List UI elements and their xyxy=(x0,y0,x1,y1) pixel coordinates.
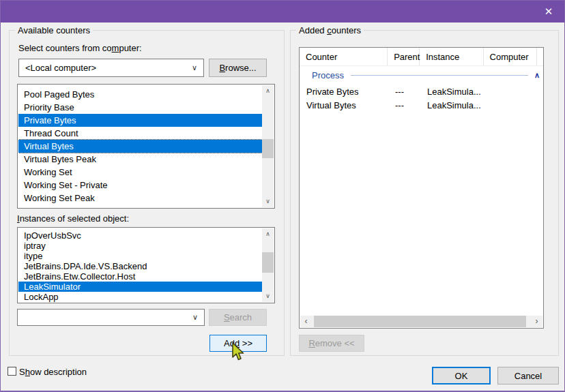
list-item[interactable]: JetBrains.DPA.Ide.VS.Backend xyxy=(18,261,262,271)
added-counters-group-label: Added counters xyxy=(296,25,364,35)
list-item[interactable]: itype xyxy=(18,251,262,261)
chevron-down-icon: ∨ xyxy=(192,312,198,321)
chevron-down-icon: ∨ xyxy=(192,63,197,72)
show-description-checkbox[interactable] xyxy=(8,367,16,376)
list-item[interactable]: Working Set xyxy=(18,166,262,179)
list-item[interactable]: Private Bytes xyxy=(18,114,262,127)
list-item[interactable]: Virtual Bytes Peak xyxy=(18,153,262,166)
column-header[interactable]: Computer xyxy=(484,48,538,65)
scroll-up-icon[interactable]: ∧ xyxy=(262,85,274,97)
table-hscrollbar[interactable]: ‹ › xyxy=(300,316,542,327)
select-computer-label: Select counters from computer: xyxy=(18,43,142,53)
column-header[interactable]: Parent xyxy=(388,48,420,65)
table-rows: Private Bytes---LeakSimula...Virtual Byt… xyxy=(300,85,543,112)
computer-combobox[interactable]: <Local computer> ∨ xyxy=(18,59,204,77)
remove-button[interactable]: Remove << xyxy=(299,335,364,352)
scroll-up-icon[interactable]: ∧ xyxy=(262,228,274,240)
list-item[interactable]: Pool Paged Bytes xyxy=(18,88,262,101)
scroll-down-icon[interactable]: ∨ xyxy=(262,290,274,302)
process-group-row[interactable]: Process ∧ xyxy=(300,67,543,83)
cell-computer xyxy=(484,85,538,99)
add-button[interactable]: Add >> xyxy=(209,335,267,352)
computer-combobox-value: <Local computer> xyxy=(25,63,96,73)
column-header[interactable]: Counter xyxy=(300,48,388,65)
add-counters-dialog: ✕ Available counters Select counters fro… xyxy=(0,0,565,392)
list-item[interactable]: Thread Count xyxy=(18,127,262,140)
counter-row[interactable]: Virtual Bytes---LeakSimula... xyxy=(300,99,543,112)
added-counters-table: CounterParentInstanceComputer Process ∧ … xyxy=(299,47,544,329)
instances-listbox[interactable]: IpOverUsbSvciptrayitypeJetBrains.DPA.Ide… xyxy=(17,227,275,303)
counters-listbox[interactable]: Pool Paged BytesPriority BasePrivate Byt… xyxy=(17,84,275,209)
show-description-label: Show description xyxy=(19,367,87,377)
list-item[interactable]: IpOverUsbSvc xyxy=(18,230,262,241)
search-combobox[interactable]: ∨ xyxy=(17,309,205,326)
close-icon: ✕ xyxy=(545,5,553,18)
list-item[interactable]: LeakSimulator xyxy=(18,282,262,292)
cell-instance: LeakSimula... xyxy=(420,99,484,112)
title-bar[interactable]: ✕ xyxy=(1,1,564,22)
scrollbar-thumb[interactable] xyxy=(314,316,526,327)
ok-button[interactable]: OK xyxy=(432,367,491,385)
group-row-divider xyxy=(351,75,528,76)
list-item[interactable]: Priority Base xyxy=(18,101,262,114)
instances-items: IpOverUsbSvciptrayitypeJetBrains.DPA.Ide… xyxy=(18,228,262,302)
available-counters-group-label: Available counters xyxy=(15,25,93,35)
cell-counter: Private Bytes xyxy=(300,85,388,99)
column-header-filler xyxy=(537,48,543,65)
column-header[interactable]: Instance xyxy=(420,48,483,65)
list-item[interactable]: Virtual Bytes xyxy=(18,140,262,153)
collapse-icon[interactable]: ∧ xyxy=(534,72,540,79)
list-item[interactable]: iptray xyxy=(18,241,262,251)
group-row-label: Process xyxy=(312,70,344,80)
instances-scrollbar[interactable]: ∧ ∨ xyxy=(262,228,274,302)
cell-counter: Virtual Bytes xyxy=(300,99,388,112)
counter-row[interactable]: Private Bytes---LeakSimula... xyxy=(300,85,543,99)
browse-button[interactable]: Browse... xyxy=(209,59,267,77)
list-item[interactable]: Working Set - Private xyxy=(18,179,262,192)
search-button[interactable]: Search xyxy=(209,309,267,326)
counters-scrollbar[interactable]: ∧ ∨ xyxy=(262,85,274,207)
scroll-right-icon[interactable]: › xyxy=(531,316,542,327)
cell-parent: --- xyxy=(388,99,420,112)
list-item[interactable]: JetBrains.Etw.Collector.Host xyxy=(18,271,262,282)
scroll-left-icon[interactable]: ‹ xyxy=(300,316,312,327)
scrollbar-thumb[interactable] xyxy=(262,252,274,273)
cell-instance: LeakSimula... xyxy=(420,85,484,99)
scroll-down-icon[interactable]: ∨ xyxy=(262,196,274,207)
instances-label: Instances of selected object: xyxy=(17,213,129,224)
list-item[interactable]: Working Set Peak xyxy=(18,192,262,205)
scrollbar-thumb[interactable] xyxy=(262,139,274,158)
counters-items: Pool Paged BytesPriority BasePrivate Byt… xyxy=(18,85,262,207)
cancel-button[interactable]: Cancel xyxy=(497,367,559,385)
cell-computer xyxy=(484,99,538,112)
list-item[interactable]: LockApp xyxy=(18,292,262,302)
close-button[interactable]: ✕ xyxy=(533,1,564,22)
cell-parent: --- xyxy=(388,85,420,99)
table-header[interactable]: CounterParentInstanceComputer xyxy=(300,48,543,66)
